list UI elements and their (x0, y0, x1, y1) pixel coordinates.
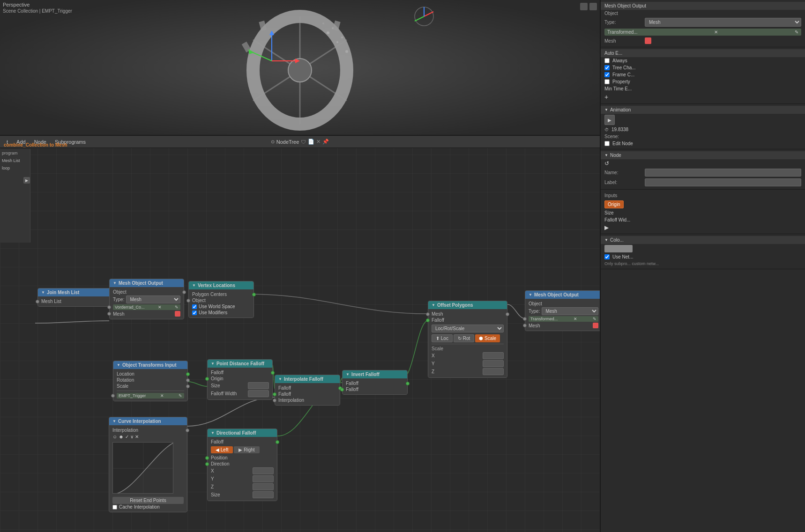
loc-btn[interactable]: ⬆ Loc (432, 334, 453, 342)
curve-interp-header: ▼ Curve Interpolation (109, 417, 187, 425)
empt-field-edit[interactable]: ✎ (179, 393, 182, 398)
ci-ctrl-1[interactable]: ☺ (112, 434, 117, 439)
vl-object-label: Object (192, 298, 206, 303)
rpanel-color-swatch[interactable] (604, 245, 633, 252)
obj-transforms-sep (117, 391, 184, 391)
invert-falloff-body: Falloff Falloff (343, 378, 407, 394)
rpanel-type-select[interactable]: Mesh (645, 18, 801, 27)
ci-ctrl-2[interactable]: ☻ (119, 434, 124, 439)
svg-point-10 (332, 27, 334, 29)
cache-interp-label: Cache Interpolation (119, 504, 160, 510)
svg-line-18 (251, 52, 272, 61)
loc-rot-scale-select[interactable]: Loc/Rot/Scale (432, 325, 504, 332)
mo2-field-edit[interactable]: ✎ (593, 317, 596, 321)
rpanel-name-input[interactable] (645, 169, 801, 177)
df-z-label: Z (211, 484, 214, 489)
rpanel-play-btn[interactable]: ▶ (604, 115, 615, 125)
mesh-output-1-title: Mesh Object Output (119, 281, 163, 286)
ci-ctrl-5[interactable]: ✕ (135, 434, 139, 439)
rpanel-use-net-row: Use Net... (601, 253, 805, 260)
node-editor[interactable]: t Add Node Subprograms ⊙ NodeTree 🛡 📄 ✕ … (0, 136, 600, 532)
curve-graph[interactable] (112, 442, 173, 494)
rpanel-origin-field[interactable]: Origin (604, 200, 624, 208)
inv-falloff-out-row: Falloff (346, 380, 404, 386)
rpanel-plus-btn[interactable]: + (604, 93, 608, 101)
rot-btn[interactable]: ↻ Rot (454, 334, 474, 342)
socket-op-mesh-in (426, 312, 430, 316)
rpanel-field-edit-btn[interactable]: ✎ (795, 30, 798, 35)
type-select[interactable]: Mesh (126, 296, 180, 303)
rpanel-animation-label: Animation (610, 107, 631, 112)
rpanel-edit-node-checkbox[interactable] (604, 141, 610, 146)
empt-trigger-field[interactable]: EMPT_Trigger ✕ ✎ (117, 393, 184, 399)
rpanel-auto-exec-header[interactable]: Auto E... (601, 49, 805, 57)
mo2-type-select[interactable]: Mesh (542, 307, 598, 315)
ci-ctrl-3[interactable]: ✓ (125, 434, 129, 439)
viewport-3d[interactable]: Perspective Scene Collection | EMPT_Trig… (0, 0, 600, 136)
rpanel-property-checkbox[interactable] (604, 79, 610, 84)
object-field-x[interactable]: ✕ (158, 305, 162, 310)
use-world-space-checkbox[interactable] (192, 304, 197, 309)
rpanel-use-net-checkbox[interactable] (604, 254, 610, 259)
mo2-field-x[interactable]: ✕ (574, 317, 577, 321)
rpanel-always-label: Always (612, 58, 627, 63)
pd-fw-input[interactable]: 1.00 (248, 390, 269, 397)
viewport-nav-icons[interactable] (580, 3, 597, 10)
dir-left-btn[interactable]: ◀ Left (211, 446, 233, 453)
df-falloff-out-label: Falloff (211, 439, 224, 444)
invert-falloff-title: Invert Falloff (351, 372, 380, 377)
cache-interp-checkbox[interactable] (112, 505, 117, 510)
rpanel-always-checkbox[interactable] (604, 58, 610, 63)
socket-op-falloff-in (426, 318, 430, 322)
ci-ctrl-4[interactable]: ∨ (130, 434, 134, 439)
location-label: Location (117, 371, 134, 377)
rpanel-property-label: Property (612, 79, 630, 84)
rpanel-animation-header[interactable]: ▼ Animation (601, 106, 805, 114)
scale-row: Scale (117, 383, 184, 389)
mo2-field[interactable]: Transformed... ✕ ✎ (529, 316, 598, 322)
rpanel-frame-c-checkbox[interactable] (604, 72, 610, 77)
nav-icon-2[interactable] (589, 3, 597, 10)
rpanel-label-input[interactable] (645, 178, 801, 186)
empt-field-x[interactable]: ✕ (160, 393, 164, 398)
rpanel-transformed-row: Transformed... ✕ ✎ (601, 28, 805, 37)
rpanel-node-header[interactable]: ▼ Node (601, 151, 805, 159)
df-z-input[interactable]: 0.00 (253, 483, 274, 490)
nav-icon-1[interactable] (580, 3, 588, 10)
scale-btn[interactable]: ⬢ Scale (475, 334, 500, 342)
rpanel-transformed-field[interactable]: Transformed... ✕ ✎ (604, 29, 801, 36)
op-x-label: X (432, 353, 435, 358)
dir-falloff-header: ▼ Directional Falloff (208, 429, 277, 437)
offset-polygons-header: ▼ Offset Polygons (428, 301, 507, 309)
rpanel-subpro-text: Only subpro... custom netw... (604, 261, 659, 266)
strip-btn[interactable]: ▶ (23, 177, 30, 184)
op-z-input[interactable]: 0.00 (483, 368, 504, 375)
dir-right-btn[interactable]: ▶ Right (234, 446, 259, 453)
object-field-edit[interactable]: ✎ (175, 305, 179, 310)
obj-transforms-body: Location Rotation Scale EMPT_Trigger ✕ ✎ (113, 369, 187, 401)
df-x-input[interactable]: 0.00 (253, 467, 274, 474)
rotation-row: Rotation (117, 377, 184, 383)
op-y-input[interactable]: 0.00 (483, 360, 504, 367)
svg-marker-15 (269, 30, 274, 35)
empt-trigger-value: EMPT_Trigger (119, 393, 146, 398)
object-field[interactable]: Vorderrad_Co... ✕ ✎ (113, 304, 180, 310)
op-falloff-row: Falloff (432, 317, 504, 323)
df-size-input[interactable]: 2.00 (253, 491, 274, 498)
op-x-input[interactable]: 0.00 (483, 352, 504, 359)
object-field-value: Vorderrad_Co... (115, 305, 145, 310)
rpanel-color-header[interactable]: ▼ Colo... (601, 236, 805, 244)
pd-size-input[interactable]: 1.00 (248, 382, 269, 389)
scale-label: Scale (117, 384, 128, 389)
df-falloff-out-row: Falloff (211, 439, 274, 445)
rpanel-tree-cha-checkbox[interactable] (604, 65, 610, 70)
reset-end-points-btn[interactable]: Reset End Points (112, 497, 184, 504)
use-modifiers-checkbox[interactable] (192, 310, 197, 315)
rpanel-use-net-label: Use Net... (612, 254, 633, 259)
rpanel-field-x-btn[interactable]: ✕ (714, 30, 718, 35)
node-invert-falloff: ▼ Invert Falloff Falloff Falloff (342, 370, 408, 395)
rpanel-refresh-icon[interactable]: ↺ (604, 160, 609, 167)
rpanel-mesh-output-header[interactable]: Mesh Object Output (601, 2, 805, 10)
df-y-input[interactable]: 1.00 (253, 475, 274, 482)
svg-line-23 (415, 16, 424, 21)
